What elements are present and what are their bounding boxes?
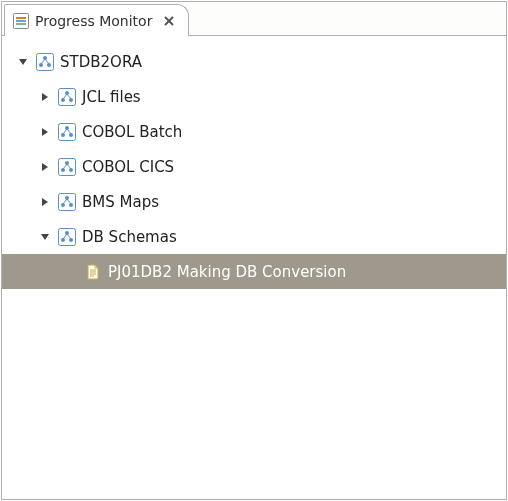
svg-marker-34 xyxy=(42,198,48,206)
tree-node-root[interactable]: STDB2ORA xyxy=(2,44,506,79)
expander-closed-icon[interactable] xyxy=(38,125,52,139)
tab-label: Progress Monitor xyxy=(35,13,152,29)
svg-marker-6 xyxy=(19,59,27,65)
node-label: JCL files xyxy=(82,88,141,106)
svg-rect-1 xyxy=(16,17,26,19)
tree-view[interactable]: STDB2ORA JCL files xyxy=(2,36,506,499)
expander-open-icon[interactable] xyxy=(38,230,52,244)
svg-marker-41 xyxy=(41,234,49,240)
folder-nodes-icon xyxy=(58,228,76,246)
node-label: COBOL Batch xyxy=(82,123,182,141)
node-label: STDB2ORA xyxy=(60,53,142,71)
tree-node-cobol-cics[interactable]: COBOL CICS xyxy=(2,149,506,184)
tree-node-db-schemas[interactable]: DB Schemas xyxy=(2,219,506,254)
svg-marker-13 xyxy=(42,93,48,101)
expander-closed-icon[interactable] xyxy=(38,195,52,209)
folder-nodes-icon xyxy=(58,158,76,176)
progress-monitor-view: Progress Monitor xyxy=(1,1,507,500)
tab-progress-monitor[interactable]: Progress Monitor xyxy=(4,4,189,36)
folder-nodes-icon xyxy=(58,193,76,211)
expander-closed-icon[interactable] xyxy=(38,90,52,104)
node-label: BMS Maps xyxy=(82,193,159,211)
close-icon[interactable] xyxy=(162,14,176,28)
tree-node-cobol-batch[interactable]: COBOL Batch xyxy=(2,114,506,149)
folder-nodes-icon xyxy=(58,123,76,141)
svg-marker-20 xyxy=(42,128,48,136)
document-icon xyxy=(84,263,102,281)
node-label: PJ01DB2 Making DB Conversion xyxy=(108,263,346,281)
expander-open-icon[interactable] xyxy=(16,55,30,69)
svg-marker-27 xyxy=(42,163,48,171)
expander-closed-icon[interactable] xyxy=(38,160,52,174)
tree-node-bms-maps[interactable]: BMS Maps xyxy=(2,184,506,219)
folder-nodes-icon xyxy=(58,88,76,106)
project-icon xyxy=(36,53,54,71)
svg-rect-2 xyxy=(16,20,26,22)
tab-bar: Progress Monitor xyxy=(2,2,506,36)
tree-leaf-task[interactable]: PJ01DB2 Making DB Conversion xyxy=(2,254,506,289)
node-label: DB Schemas xyxy=(82,228,177,246)
svg-rect-3 xyxy=(16,23,26,25)
node-label: COBOL CICS xyxy=(82,158,174,176)
tree-node-jcl[interactable]: JCL files xyxy=(2,79,506,114)
progress-view-icon xyxy=(13,13,29,29)
